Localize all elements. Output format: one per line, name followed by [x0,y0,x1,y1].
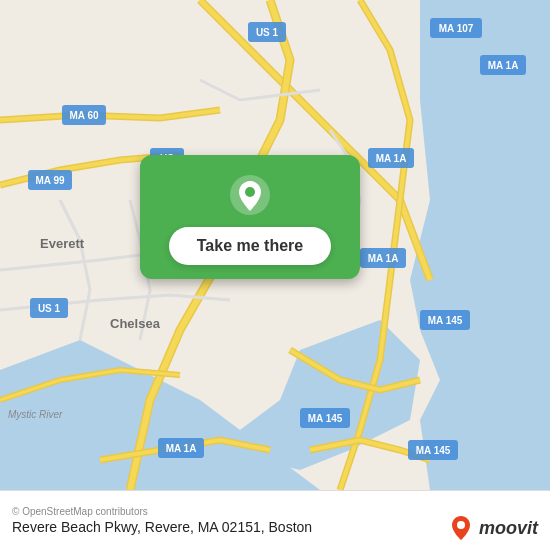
svg-text:MA 145: MA 145 [416,445,451,456]
moovit-pin-icon [447,514,475,542]
take-me-there-button[interactable]: Take me there [169,227,331,265]
svg-text:MA 60: MA 60 [69,110,99,121]
moovit-logo: moovit [447,514,538,542]
svg-point-32 [457,521,465,529]
svg-text:US 1: US 1 [38,303,61,314]
svg-text:Everett: Everett [40,236,85,251]
svg-text:MA 145: MA 145 [308,413,343,424]
navigation-card: Take me there [140,155,360,279]
svg-text:MA 1A: MA 1A [368,253,399,264]
map-view: MA 107 MA 1A MA 60 US 1 MA 99 US MA 1A U… [0,0,550,490]
svg-text:MA 1A: MA 1A [488,60,519,71]
location-pin-icon [228,173,272,217]
bottom-bar: © OpenStreetMap contributors Revere Beac… [0,490,550,550]
svg-text:US 1: US 1 [256,27,279,38]
svg-text:MA 145: MA 145 [428,315,463,326]
svg-text:MA 99: MA 99 [35,175,65,186]
green-card: Take me there [140,155,360,279]
moovit-brand-name: moovit [479,518,538,539]
svg-text:Chelsea: Chelsea [110,316,161,331]
svg-text:MA 1A: MA 1A [166,443,197,454]
svg-text:Mystic River: Mystic River [8,409,63,420]
svg-text:MA 1A: MA 1A [376,153,407,164]
svg-text:MA 107: MA 107 [439,23,474,34]
svg-point-31 [245,187,255,197]
